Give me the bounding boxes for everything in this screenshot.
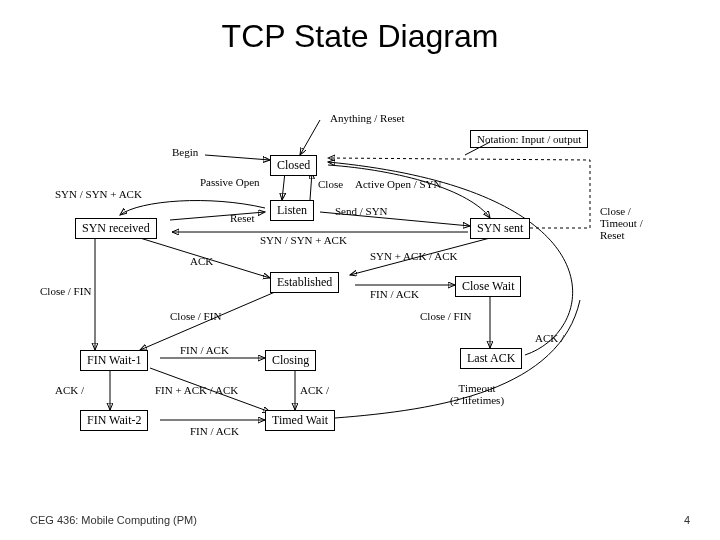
label-ack-lastack: ACK / [535,332,564,344]
diagram-arrows [60,100,660,480]
state-syn-sent: SYN sent [470,218,530,239]
label-send-syn: Send / SYN [335,205,388,217]
state-last-ack: Last ACK [460,348,522,369]
label-ack-fw1: ACK / [55,384,84,396]
label-ack-closing: ACK / [300,384,329,396]
state-fin-wait-1: FIN Wait-1 [80,350,148,371]
label-close-timeout-reset: Close / Timeout / Reset [600,205,643,241]
label-close-fin-left: Close / FIN [40,285,91,297]
label-fin-ack-fw2: FIN / ACK [190,425,239,437]
state-timed-wait: Timed Wait [265,410,335,431]
label-close-fin-estab: Close / FIN [170,310,221,322]
label-close-fin-cw: Close / FIN [420,310,471,322]
footer-course: CEG 436: Mobile Computing (PM) [30,514,197,526]
label-finack-ack: FIN + ACK / ACK [155,384,238,396]
state-closed: Closed [270,155,317,176]
label-fin-ack-estab: FIN / ACK [370,288,419,300]
label-passive-open: Passive Open [200,176,260,188]
state-diagram: Closed Listen SYN received SYN sent Esta… [60,100,660,480]
label-syn-syn-ack2: SYN / SYN + ACK [260,234,347,246]
label-active-open-syn: Active Open / SYN [355,178,441,190]
label-begin: Begin [172,146,198,158]
svg-line-3 [310,172,312,200]
svg-line-2 [282,172,285,200]
label-syn-ack-ack: SYN + ACK / ACK [370,250,458,262]
label-syn-syn-ack: SYN / SYN + ACK [55,188,142,200]
state-syn-received: SYN received [75,218,157,239]
label-ack: ACK [190,255,213,267]
state-fin-wait-2: FIN Wait-2 [80,410,148,431]
state-listen: Listen [270,200,314,221]
state-closing: Closing [265,350,316,371]
svg-line-1 [205,155,270,160]
slide-title: TCP State Diagram [0,18,720,55]
label-anything-reset: Anything / Reset [330,112,405,124]
svg-line-0 [300,120,320,155]
notation-box: Notation: Input / output [470,130,588,148]
label-close: Close [318,178,343,190]
label-fin-ack-fw1: FIN / ACK [180,344,229,356]
state-established: Established [270,272,339,293]
state-close-wait: Close Wait [455,276,521,297]
label-timeout-2life: Timeout (2 lifetimes) [450,382,504,406]
footer-page-number: 4 [684,514,690,526]
label-reset: Reset [230,212,254,224]
